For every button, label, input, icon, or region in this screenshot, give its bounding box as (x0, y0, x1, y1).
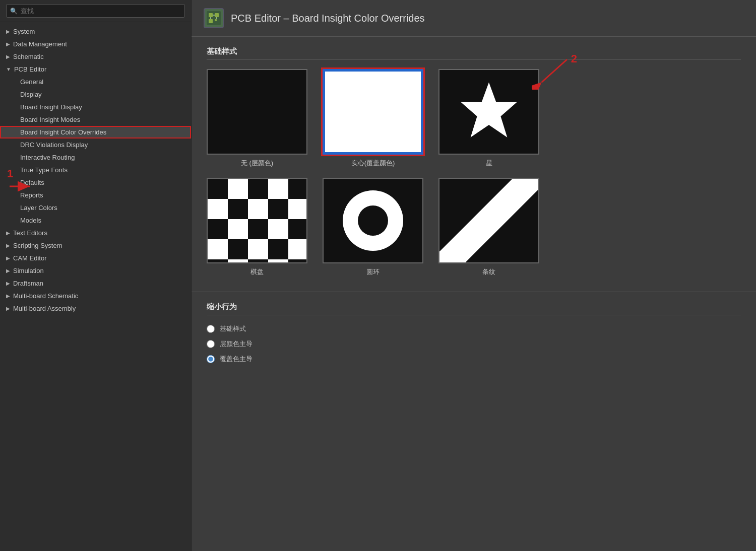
sidebar-item-interactive-routing[interactable]: Interactive Routing (0, 151, 191, 164)
sidebar-item-data-management[interactable]: ▶ Data Management (0, 38, 191, 50)
sidebar-item-true-type-fonts-label: True Type Fonts (20, 166, 68, 174)
zoom-option-override[interactable]: 覆盖色主导 (207, 355, 741, 364)
sidebar-item-board-insight-display[interactable]: Board Insight Display (0, 101, 191, 113)
sidebar-item-board-insight-modes[interactable]: Board Insight Modes (0, 113, 191, 126)
svg-marker-13 (461, 83, 517, 137)
zoom-radio-group: 基础样式 层颜色主导 覆盖色主导 (207, 324, 741, 364)
sidebar-item-multi-board-assembly[interactable]: ▶ Multi-board Assembly (0, 302, 191, 315)
pattern-grid: 无 (层颜色) 实心(覆盖颜色) 星 (207, 69, 741, 277)
sidebar-item-multi-board-schematic[interactable]: ▶ Multi-board Schematic (0, 290, 191, 302)
sidebar-item-models[interactable]: Models (0, 214, 191, 227)
sidebar-item-board-insight-display-label: Board Insight Display (20, 103, 82, 111)
zoom-option-override-label: 覆盖色主导 (220, 355, 253, 364)
chevron-right-icon: ▶ (6, 281, 10, 286)
pattern-label-ring: 圆环 (366, 267, 380, 277)
search-bar (0, 0, 191, 22)
pattern-item-ring[interactable]: 圆环 (323, 178, 423, 277)
pattern-box-none[interactable] (207, 69, 307, 155)
sidebar-item-drc-violations-display-label: DRC Violations Display (20, 141, 88, 149)
chevron-right-icon: ▶ (6, 293, 10, 299)
svg-rect-7 (215, 13, 219, 17)
pattern-box-checker[interactable] (207, 178, 307, 263)
pattern-box-stripe[interactable] (438, 178, 539, 263)
svg-rect-5 (207, 11, 221, 25)
sidebar-item-board-insight-color-overrides[interactable]: Board Insight Color Overrides (0, 126, 191, 139)
sidebar-item-board-insight-modes-label: Board Insight Modes (20, 116, 80, 123)
star-svg (456, 79, 522, 145)
sidebar-item-scripting-system[interactable]: ▶ Scripting System (0, 239, 191, 252)
stripe-fill (439, 179, 538, 262)
sidebar-item-pcb-editor[interactable]: ▼ PCB Editor (0, 63, 191, 76)
pattern-label-solid: 实心(覆盖颜色) (351, 159, 395, 168)
pattern-label-stripe: 条纹 (482, 267, 495, 277)
pattern-box-ring[interactable] (323, 178, 423, 263)
sidebar-item-schematic[interactable]: ▶ Schematic (0, 50, 191, 63)
pattern-item-star[interactable]: 星 (438, 69, 539, 168)
sidebar-item-defaults[interactable]: Defaults (0, 176, 191, 189)
sidebar-item-simulation[interactable]: ▶ Simulation (0, 264, 191, 277)
page-header: PCB Editor – Board Insight Color Overrid… (192, 0, 756, 37)
svg-rect-6 (209, 13, 213, 17)
solid-fill (325, 72, 421, 152)
sidebar-item-layer-colors[interactable]: Layer Colors (0, 201, 191, 214)
sidebar-item-draftsman[interactable]: ▶ Draftsman (0, 277, 191, 290)
page-title: PCB Editor – Board Insight Color Overrid… (231, 13, 425, 24)
zoom-option-layer[interactable]: 层颜色主导 (207, 339, 741, 349)
ring-inner (358, 205, 388, 236)
zoom-option-basic-label: 基础样式 (220, 324, 246, 333)
sidebar-item-general-label: General (20, 78, 43, 86)
sidebar-item-models-label: Models (20, 217, 41, 224)
sidebar-item-multi-board-schematic-label: Multi-board Schematic (13, 292, 78, 300)
chevron-right-icon: ▶ (6, 41, 10, 47)
sidebar-item-true-type-fonts[interactable]: True Type Fonts (0, 164, 191, 176)
sidebar-item-scripting-system-label: Scripting System (13, 242, 62, 249)
zoom-section-title: 缩小行为 (207, 302, 741, 315)
chevron-right-icon: ▶ (6, 255, 10, 261)
sidebar-item-pcb-editor-label: PCB Editor (14, 65, 46, 73)
sidebar-item-data-management-label: Data Management (13, 40, 67, 48)
chevron-right-icon: ▶ (6, 230, 10, 236)
zoom-radio-layer[interactable] (207, 340, 215, 348)
main-content: 2 PCB Editor – Board Insight Color Overr… (192, 0, 756, 551)
chevron-down-icon: ▼ (6, 66, 11, 72)
sidebar-item-display-label: Display (20, 91, 42, 98)
pattern-label-star: 星 (486, 159, 492, 168)
svg-rect-8 (209, 19, 213, 23)
sidebar-item-draftsman-label: Draftsman (13, 280, 43, 287)
pcb-icon (204, 8, 224, 28)
sidebar-item-board-insight-color-overrides-label: Board Insight Color Overrides (20, 128, 106, 136)
sidebar-item-reports-label: Reports (20, 191, 43, 199)
sidebar-item-system[interactable]: ▶ System (0, 25, 191, 38)
pattern-box-solid[interactable] (323, 69, 423, 155)
zoom-option-basic[interactable]: 基础样式 (207, 324, 741, 333)
pattern-item-checker[interactable]: 棋盘 (207, 178, 307, 277)
zoom-radio-override[interactable] (207, 355, 215, 363)
sidebar-item-reports[interactable]: Reports (0, 189, 191, 201)
search-input-wrap (6, 4, 185, 18)
svg-rect-9 (215, 19, 217, 21)
pattern-item-none[interactable]: 无 (层颜色) (207, 69, 307, 168)
chevron-right-icon: ▶ (6, 243, 10, 248)
sidebar-item-general[interactable]: General (0, 76, 191, 88)
sidebar-item-multi-board-assembly-label: Multi-board Assembly (13, 305, 76, 312)
zoom-radio-basic[interactable] (207, 325, 215, 333)
pattern-item-stripe[interactable]: 条纹 (438, 178, 539, 277)
nav-tree: ▶ System ▶ Data Management ▶ Schematic ▼… (0, 22, 191, 551)
checker-fill (208, 179, 306, 262)
sidebar: 1 ▶ System ▶ Data Management ▶ Schematic… (0, 0, 192, 551)
zoom-behavior-section: 缩小行为 基础样式 层颜色主导 覆盖色主导 (192, 292, 756, 374)
pattern-item-solid[interactable]: 实心(覆盖颜色) (323, 69, 423, 168)
pattern-box-star[interactable] (438, 69, 539, 155)
sidebar-item-text-editors[interactable]: ▶ Text Editors (0, 227, 191, 239)
basic-style-section-title: 基础样式 (207, 47, 741, 60)
sidebar-item-cam-editor[interactable]: ▶ CAM Editor (0, 252, 191, 264)
sidebar-item-interactive-routing-label: Interactive Routing (20, 154, 75, 161)
search-input[interactable] (6, 4, 185, 18)
chevron-right-icon: ▶ (6, 268, 10, 273)
pattern-label-none: 无 (层颜色) (241, 159, 273, 168)
sidebar-item-schematic-label: Schematic (13, 53, 44, 60)
sidebar-item-simulation-label: Simulation (13, 267, 44, 274)
sidebar-item-drc-violations-display[interactable]: DRC Violations Display (0, 139, 191, 151)
sidebar-item-text-editors-label: Text Editors (13, 229, 47, 237)
sidebar-item-display[interactable]: Display (0, 88, 191, 101)
